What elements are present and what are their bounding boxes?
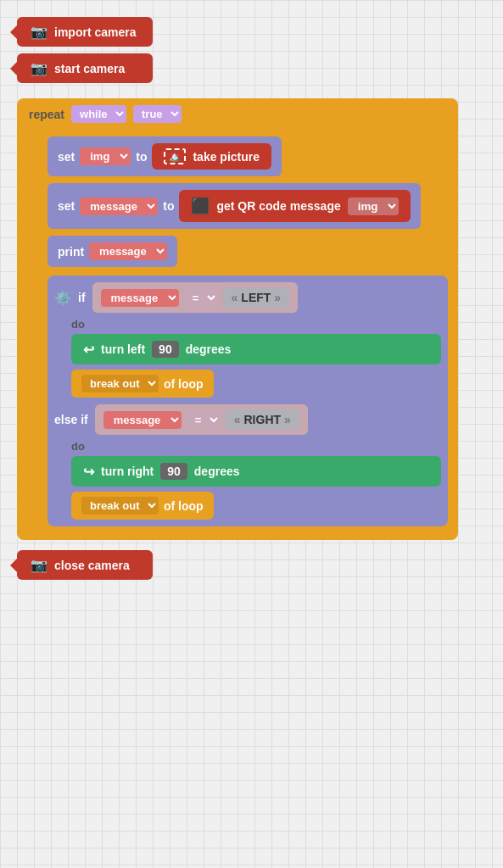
if-condition: message = « LEFT » [92,282,299,313]
degrees-val-right: 90 [160,463,187,480]
left-string: « LEFT » [223,287,290,308]
right-string-val: RIGHT [244,413,282,426]
close-camera-label: close camera [54,559,130,572]
of-loop-label-2: of loop [164,499,204,513]
if-header: ⚙️ if message = « LEFT » [54,282,441,313]
else-if-label: else if [54,413,88,426]
camera-icon: 📷 [31,24,48,40]
if-block: ⚙️ if message = « LEFT » [48,275,448,526]
take-picture-block: 🏔️ take picture [152,143,271,170]
message-var-dropdown-1[interactable]: message [80,198,158,215]
turn-right-icon: ↪ [83,464,94,480]
to-label-1: to [136,150,147,164]
of-loop-label-1: of loop [164,377,204,391]
break-dropdown-2[interactable]: break out [81,497,159,515]
true-dropdown[interactable]: true [133,105,182,123]
if-label: if [78,291,86,304]
else-if-header: else if message = « RIGHT [54,404,441,435]
set-label-2: set [58,199,75,213]
break-out-block-2: break out of loop [71,492,214,520]
turn-left-block: ↩ turn left 90 degrees [71,334,441,364]
else-if-do-section: do ↪ turn right 90 degrees break out [54,440,441,520]
set-label-1: set [58,150,75,164]
camera-dashed-icon: 🏔️ [164,148,186,164]
equals-dropdown-1[interactable]: = [184,289,218,307]
to-label-2: to [163,199,174,213]
start-camera-block: 📷 start camera [17,53,153,83]
if-do-section: do ↩ turn left 90 degrees break out of l… [54,318,441,398]
degrees-label-left: degrees [186,342,232,356]
else-if-condition: message = « RIGHT » [95,404,308,435]
left-string-val: LEFT [241,291,271,304]
start-camera-label: start camera [54,62,125,75]
print-block: print message [48,236,177,267]
turn-left-label: turn left [101,342,145,356]
repeat-while-header: repeat while true [17,98,458,130]
do-label-1: do [71,318,441,331]
degrees-label-right: degrees [194,465,240,478]
camera-icon-3: 📷 [31,557,48,573]
turn-right-label: turn right [101,465,154,478]
loop-body: set img to 🏔️ take picture set message t… [17,130,458,540]
right-string: « RIGHT » [226,409,299,430]
import-camera-label: import camera [54,25,136,39]
get-qr-label: get QR code message [216,199,340,213]
print-label: print [58,245,84,259]
get-qr-block: ⬛ get QR code message img [179,190,410,222]
turn-right-block: ↪ turn right 90 degrees [71,456,441,487]
message-var-dropdown-elseif[interactable]: message [103,411,182,429]
degrees-val-left: 90 [152,341,179,358]
img-var-dropdown-qr[interactable]: img [348,198,399,215]
repeat-label: repeat [29,108,64,121]
img-var-dropdown-1[interactable]: img [80,147,131,165]
set-img-block: set img to 🏔️ take picture [48,136,282,176]
qr-icon: ⬛ [191,197,210,215]
gear-icon: ⚙️ [54,290,71,306]
message-var-dropdown-print[interactable]: message [89,242,167,260]
camera-icon-2: 📷 [31,60,48,76]
take-picture-label: take picture [193,150,260,164]
equals-dropdown-2[interactable]: = [187,411,221,429]
close-camera-block: 📷 close camera [17,550,153,580]
while-dropdown[interactable]: while [71,105,126,123]
do-label-2: do [71,440,441,453]
message-var-dropdown-if[interactable]: message [101,289,179,307]
break-dropdown-1[interactable]: break out [81,375,159,392]
else-if-section: else if message = « RIGHT [54,404,441,520]
break-out-block-1: break out of loop [71,370,214,398]
import-camera-block: 📷 import camera [17,17,153,47]
set-message-block: set message to ⬛ get QR code message img [48,183,421,229]
turn-left-icon: ↩ [83,342,94,358]
